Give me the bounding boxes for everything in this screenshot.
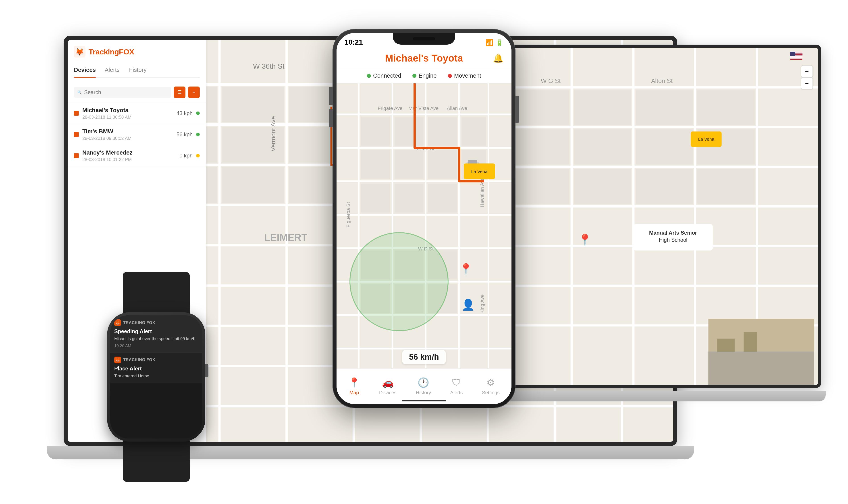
- movement-label: Movement: [454, 72, 481, 79]
- device-item-toyota[interactable]: Michael's Toyota 28-03-2018 11:30:58 AM …: [68, 103, 206, 124]
- nav-history[interactable]: 🕐 History: [411, 375, 435, 398]
- svg-text:W 36th St: W 36th St: [253, 62, 284, 70]
- battery-icon: 🔋: [496, 39, 504, 47]
- notification-bell-icon[interactable]: 🔔: [493, 53, 504, 63]
- device-speed: 0 kph: [179, 152, 193, 159]
- search-input-wrap[interactable]: 🔍: [74, 87, 171, 98]
- watch-notif-title-1: Speeding Alert: [114, 328, 198, 335]
- home-indicator[interactable]: [402, 400, 446, 401]
- watch-app-icon-2: 🦊: [114, 357, 121, 363]
- device-color-indicator: [74, 153, 79, 158]
- search-row: 🔍 ☰ +: [68, 82, 206, 103]
- nav-settings[interactable]: ⚙ Settings: [478, 375, 504, 398]
- list-view-button[interactable]: ☰: [174, 87, 186, 98]
- phone-notch: [393, 33, 455, 44]
- device-time: 28-03-2018 10:01:22 PM: [82, 157, 176, 162]
- svg-rect-87: [744, 332, 757, 352]
- device-item-bmw[interactable]: Tim's BMW 28-03-2018 09:30:02 AM 56 kph: [68, 124, 206, 145]
- phone-screen: 10:21 📶 🔋 Michael's Toyota 🔔 Connected: [337, 33, 511, 404]
- devices-nav-label: Devices: [379, 390, 396, 396]
- svg-text:LEIMERT: LEIMERT: [264, 232, 307, 243]
- connected-label: Connected: [373, 72, 401, 79]
- svg-text:Vermont Ave: Vermont Ave: [270, 116, 277, 152]
- svg-rect-107: [361, 150, 390, 179]
- history-nav-label: History: [416, 390, 431, 396]
- svg-rect-113: [428, 183, 457, 213]
- svg-rect-111: [361, 183, 390, 213]
- device-item-mercedes[interactable]: Nancy's Mercedez 28-03-2018 10:01:22 PM …: [68, 145, 206, 166]
- watch-notif-header-1: 🦊 TRACKING FOX: [114, 319, 198, 326]
- map-nav-label: Map: [350, 390, 359, 396]
- alerts-nav-icon: 🛡: [452, 377, 461, 388]
- svg-text:La Vena: La Vena: [698, 137, 714, 142]
- svg-rect-108: [394, 150, 424, 179]
- logo-fox-text: FOX: [119, 48, 134, 56]
- svg-text:📍: 📍: [459, 263, 473, 275]
- svg-rect-72: [697, 169, 755, 204]
- svg-rect-60: [574, 90, 631, 125]
- svg-text:High School: High School: [659, 237, 687, 243]
- watch-notif-time-1: 10:20 AM: [114, 344, 198, 348]
- add-device-button[interactable]: +: [188, 87, 200, 98]
- svg-rect-71: [636, 169, 693, 204]
- apple-watch: 🦊 TRACKING FOX Speeding Alert Micael is …: [107, 312, 205, 442]
- device-time: 28-03-2018 11:30:58 AM: [82, 115, 173, 120]
- svg-rect-106: [461, 116, 486, 146]
- svg-rect-70: [574, 169, 631, 204]
- svg-rect-66: [636, 129, 693, 165]
- search-input[interactable]: [84, 89, 167, 95]
- device-list: Michael's Toyota 28-03-2018 11:30:58 AM …: [68, 103, 206, 166]
- phone-map-area: Allan Ave Mar Vista Ave Frigate Ave Hawa…: [337, 84, 511, 368]
- watch-notif-body-1: Micael is goint over the speed limit 99 …: [114, 336, 198, 342]
- zoom-out-button[interactable]: −: [801, 78, 813, 89]
- device-status-dot: [196, 111, 200, 115]
- watch-app-name-2: TRACKING FOX: [123, 358, 155, 362]
- engine-label: Engine: [419, 72, 437, 79]
- svg-text:🦊: 🦊: [75, 48, 84, 56]
- phone-header: Michael's Toyota 🔔: [337, 48, 511, 68]
- connected-status: Connected: [367, 72, 401, 79]
- tab-alerts[interactable]: Alerts: [105, 63, 119, 78]
- power-button[interactable]: [515, 96, 519, 123]
- svg-text:La Vena: La Vena: [471, 169, 488, 174]
- volume-down-button[interactable]: [329, 109, 333, 127]
- tab-devices[interactable]: Devices: [74, 63, 96, 78]
- zoom-controls: + −: [801, 66, 813, 89]
- svg-text:King Ave: King Ave: [479, 294, 485, 313]
- watch-app-name-1: TRACKING FOX: [123, 321, 155, 325]
- svg-text:Manual Arts Senior: Manual Arts Senior: [649, 230, 697, 236]
- tab-history[interactable]: History: [128, 63, 147, 78]
- settings-nav-label: Settings: [482, 390, 500, 396]
- laptop-tabs: Devices Alerts History: [74, 63, 200, 78]
- logo-text: TrackingFOX: [89, 48, 134, 56]
- svg-text:W G St: W G St: [541, 77, 561, 84]
- svg-rect-59: [512, 90, 569, 125]
- nav-map[interactable]: 📍 Map: [344, 375, 365, 398]
- connected-dot: [367, 74, 371, 78]
- device-time: 28-03-2018 09:30:02 AM: [82, 136, 173, 141]
- watch-crown[interactable]: [205, 364, 208, 377]
- logo-accent: Tracking: [89, 48, 119, 56]
- watch-notif-title-2: Place Alert: [114, 365, 198, 372]
- movement-dot: [448, 74, 452, 78]
- device-info: Tim's BMW 28-03-2018 09:30:02 AM: [82, 128, 173, 141]
- device-name: Nancy's Mercedez: [82, 149, 176, 156]
- device-status-dot: [196, 154, 200, 158]
- device-color-indicator: [74, 132, 79, 137]
- svg-point-128: [350, 233, 448, 331]
- svg-text:Figueroa St: Figueroa St: [346, 202, 351, 228]
- svg-text:Alton St: Alton St: [651, 77, 673, 84]
- nav-alerts[interactable]: 🛡 Alerts: [446, 375, 467, 398]
- phone-time: 10:21: [344, 38, 363, 47]
- svg-text:📍: 📍: [578, 233, 592, 247]
- scene: 🚗 W 36th St W 34th St Crenshaw Blvd Verm…: [22, 18, 826, 486]
- device-name: Tim's BMW: [82, 128, 173, 135]
- volume-up-button[interactable]: [329, 87, 333, 105]
- device-info: Michael's Toyota 28-03-2018 11:30:58 AM: [82, 107, 173, 120]
- notch-camera: [413, 37, 435, 40]
- zoom-in-button[interactable]: +: [801, 66, 813, 77]
- nav-devices[interactable]: 🚗 Devices: [375, 375, 401, 398]
- svg-rect-109: [428, 150, 457, 179]
- watch-notif-body-2: Tim entered Home: [114, 373, 198, 379]
- device-name: Michael's Toyota: [82, 107, 173, 114]
